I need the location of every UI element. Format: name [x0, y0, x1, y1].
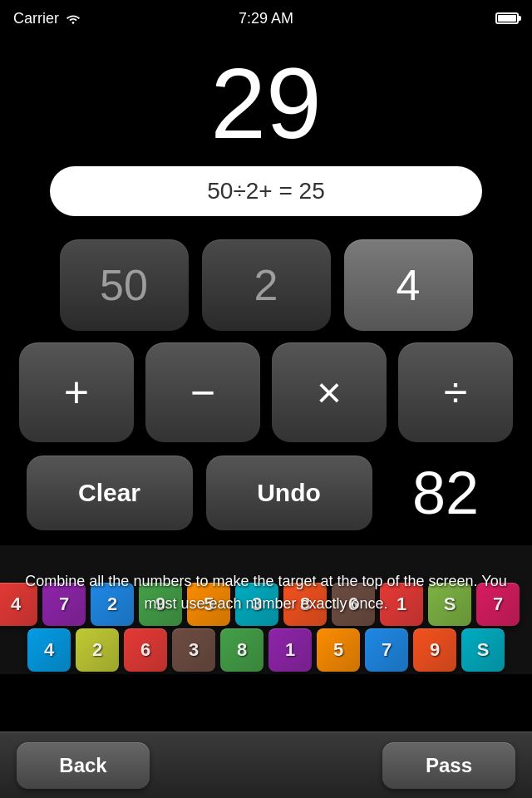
pass-button[interactable]: Pass	[382, 742, 515, 789]
target-number: 29	[210, 53, 321, 153]
color-block: 6	[124, 628, 167, 672]
carrier-label: Carrier	[13, 10, 59, 27]
color-block: S	[461, 628, 505, 672]
number-row: 50 2 4	[60, 239, 473, 331]
operator-divide[interactable]: ÷	[398, 342, 513, 442]
battery-icon	[495, 12, 519, 24]
status-time: 7:29 AM	[239, 10, 293, 27]
status-bar: Carrier 7:29 AM	[0, 0, 532, 37]
svg-point-0	[72, 22, 75, 24]
back-button[interactable]: Back	[17, 742, 150, 789]
clear-button[interactable]: Clear	[27, 456, 193, 530]
number-button-50[interactable]: 50	[60, 239, 189, 331]
status-left: Carrier	[13, 10, 81, 27]
result-display: 82	[386, 459, 506, 527]
color-block: 9	[413, 628, 456, 672]
wifi-icon	[66, 12, 81, 24]
block-row-top: 426381579S	[25, 626, 507, 674]
color-block: 5	[317, 628, 360, 672]
color-block: 7	[365, 628, 408, 672]
operator-row: + − × ÷	[19, 342, 513, 442]
game-area: 29 50÷2+ = 25 50 2 4 + − × ÷ Clear Undo …	[0, 37, 532, 545]
color-block: 1	[268, 628, 312, 672]
status-right	[495, 12, 519, 24]
number-button-2[interactable]: 2	[202, 239, 331, 331]
operator-minus[interactable]: −	[145, 342, 260, 442]
number-button-4[interactable]: 4	[344, 239, 473, 331]
operator-plus[interactable]: +	[19, 342, 134, 442]
operator-multiply[interactable]: ×	[272, 342, 387, 442]
color-block: 8	[220, 628, 264, 672]
instruction-text: Combine all the numbers to make the targ…	[0, 570, 532, 615]
blocks-section: 472953861S7 426381579S Combine all the n…	[0, 545, 532, 674]
undo-button[interactable]: Undo	[206, 456, 372, 530]
bottom-bar: Back Pass	[0, 732, 532, 798]
expression-bar: 50÷2+ = 25	[50, 166, 482, 216]
color-block: 2	[76, 628, 119, 672]
color-block: 3	[172, 628, 215, 672]
color-block: 4	[27, 628, 71, 672]
action-row: Clear Undo 82	[25, 456, 507, 530]
